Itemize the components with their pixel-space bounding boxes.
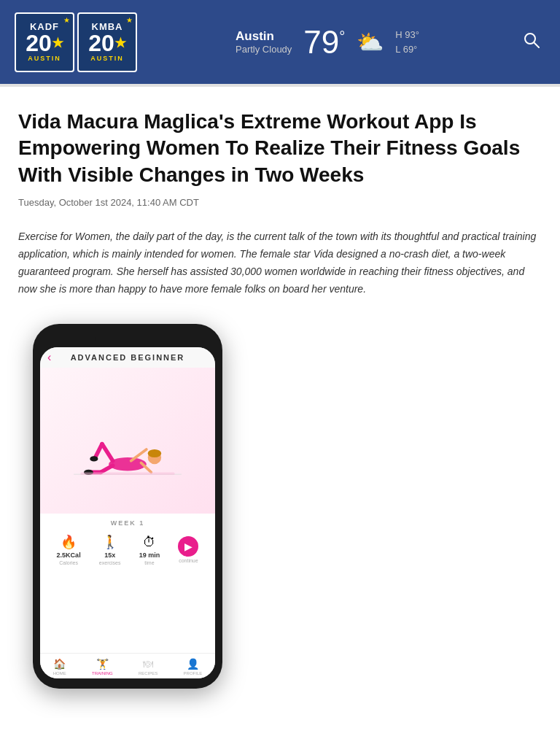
svg-point-9 (90, 457, 98, 462)
star-decoration: ★ (63, 16, 70, 24)
back-button[interactable]: ‹ (47, 351, 51, 364)
nav-recipes-label: RECIPES (139, 671, 158, 676)
calories-value: 2.5KCal (57, 551, 81, 559)
phone-mockup-container: ‹ ADVANCED BEGINNER (18, 324, 542, 689)
continue-button[interactable]: ▶ (178, 536, 198, 557)
exercises-icon: 🚶 (102, 534, 118, 550)
screen-title: ADVANCED BEGINNER (71, 353, 185, 362)
kadf-logo[interactable]: ★ KADF 20★ AUSTIN (15, 12, 74, 72)
article-date: Tuesday, October 1st 2024, 11:40 AM CDT (18, 197, 542, 208)
weather-temperature: 79° (303, 26, 345, 58)
site-header: ★ KADF 20★ AUSTIN ★ KMBA 20★ AUSTIN Aust… (0, 0, 560, 84)
nav-recipes[interactable]: 🍽 RECIPES (139, 658, 158, 676)
stat-continue[interactable]: ▶ continue (178, 536, 198, 563)
exercises-label: exercises (99, 560, 121, 565)
kmba-channel: 20★ (88, 31, 126, 55)
stat-calories: 🔥 2.5KCal Calories (57, 534, 81, 565)
phone-screen: ‹ ADVANCED BEGINNER (40, 347, 215, 678)
kadf-city: AUSTIN (28, 55, 61, 62)
app-screen-header: ‹ ADVANCED BEGINNER (40, 347, 215, 368)
weather-icon: ⛅ (357, 29, 384, 55)
workout-image-area (40, 368, 215, 514)
svg-line-10 (101, 466, 113, 473)
exercises-value: 15x (104, 551, 115, 559)
svg-line-8 (96, 444, 102, 457)
week-stats-row: 🔥 2.5KCal Calories 🚶 15x exercises ⏱ 19 … (47, 531, 208, 571)
stat-exercises: 🚶 15x exercises (99, 534, 121, 565)
nav-home[interactable]: 🏠 HOME (53, 658, 66, 676)
time-value: 19 min (139, 551, 160, 559)
stat-time: ⏱ 19 min time (139, 535, 160, 565)
time-label: time (144, 560, 154, 565)
calories-label: Calories (59, 560, 78, 565)
svg-rect-14 (80, 473, 174, 476)
kmba-city: AUSTIN (90, 55, 124, 62)
nav-training-label: TRAINING (92, 671, 113, 676)
weather-condition: Partly Cloudy (236, 44, 292, 55)
article-title: Vida Macura Maglica's Extreme Workout Ap… (18, 109, 542, 188)
svg-line-7 (102, 444, 113, 461)
nav-training[interactable]: 🏋 TRAINING (92, 658, 113, 676)
article-content: Vida Macura Maglica's Extreme Workout Ap… (0, 87, 560, 718)
weather-location: Austin Partly Cloudy (236, 29, 292, 55)
search-icon (524, 32, 540, 48)
profile-icon: 👤 (187, 658, 199, 670)
weather-high: H 93° (395, 28, 419, 42)
home-icon: 🏠 (53, 658, 66, 670)
continue-label: continue (179, 558, 198, 563)
weather-section: Austin Partly Cloudy 79° ⛅ H 93° L 69° (236, 26, 419, 58)
article-body: Exercise for Women, the daily part of th… (18, 228, 542, 298)
workout-illustration (62, 397, 193, 484)
phone-mockup: ‹ ADVANCED BEGINNER (33, 324, 222, 689)
recipes-icon: 🍽 (143, 658, 153, 670)
nav-home-label: HOME (53, 671, 66, 676)
svg-line-1 (534, 42, 539, 47)
nav-profile[interactable]: 👤 PROFILE (184, 658, 203, 676)
week-stats-section: WEEK 1 🔥 2.5KCal Calories 🚶 15x exercise… (40, 514, 215, 574)
training-icon: 🏋 (96, 658, 109, 670)
calories-icon: 🔥 (61, 534, 77, 550)
star-decoration2: ★ (126, 16, 133, 24)
week-label: WEEK 1 (47, 519, 208, 527)
logo-container: ★ KADF 20★ AUSTIN ★ KMBA 20★ AUSTIN (15, 12, 137, 72)
kadf-channel: 20★ (26, 31, 63, 55)
search-button[interactable] (518, 29, 545, 55)
weather-city: Austin (236, 29, 292, 44)
svg-point-5 (148, 449, 161, 457)
weather-low: L 69° (395, 42, 419, 57)
time-icon: ⏱ (143, 535, 156, 550)
weather-hi-lo: H 93° L 69° (395, 28, 419, 56)
kmba-logo[interactable]: ★ KMBA 20★ AUSTIN (77, 12, 137, 72)
nav-profile-label: PROFILE (184, 671, 203, 676)
phone-notch (95, 334, 160, 346)
app-bottom-nav: 🏠 HOME 🏋 TRAINING 🍽 RECIPES 👤 PROFILE (40, 653, 215, 678)
